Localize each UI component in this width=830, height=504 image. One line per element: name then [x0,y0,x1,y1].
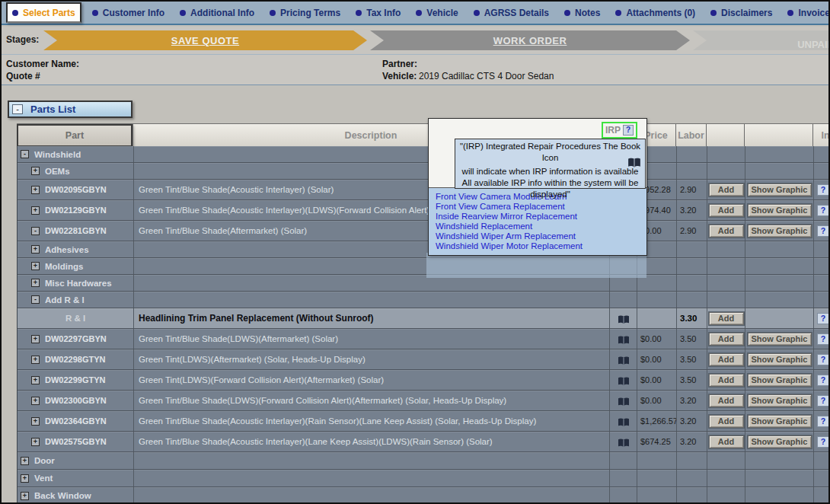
tab-bullet-icon [92,10,98,16]
expand-icon[interactable]: + [31,335,40,343]
expand-icon[interactable]: + [31,438,40,446]
expand-icon[interactable]: + [21,492,29,500]
collapse-icon[interactable]: - [31,227,40,235]
add-button[interactable]: Add [709,353,744,366]
tab-notes[interactable]: Notes [560,5,605,21]
expand-icon[interactable]: + [31,245,40,254]
tab-disclaimers[interactable]: Disclaimers [706,5,777,21]
tab-label: Additional Info [190,8,254,18]
show-graphic-button[interactable]: Show Graphic [748,415,812,428]
expand-icon[interactable]: + [31,206,40,215]
add-button[interactable]: Add [709,394,744,407]
irp-popup-top: IRP ? "(IRP) Integrated Repair Procedure… [429,119,646,187]
price-value: $0.00 [640,375,662,384]
tab-select-parts[interactable]: Select Parts [6,2,81,23]
info-help-icon[interactable]: ? [817,354,829,365]
info-help-icon[interactable]: ? [817,225,829,237]
add-button[interactable]: Add [709,225,744,238]
subgroup-row-moldings: +Moldings [18,258,830,275]
stage-work-order[interactable]: WORK ORDER [370,30,690,50]
tooltip-line: "(IRP) Integrated Repair Procedures The … [455,141,645,164]
part-description: Green Tint(LDWS)(Aftermarket) (Solar, He… [139,355,366,364]
expand-icon[interactable]: + [21,474,29,483]
add-button[interactable]: Add [709,333,744,346]
show-graphic-button[interactable]: Show Graphic [748,183,812,196]
expand-icon[interactable]: + [31,376,40,384]
expand-icon[interactable]: + [31,167,40,175]
part-number: DW02095GBYN [45,185,107,194]
irp-book-icon[interactable] [618,314,630,323]
group-row-windshield: -Windshield [18,146,830,163]
tab-agrss-details[interactable]: AGRSS Details [469,5,554,21]
irp-book-icon[interactable] [618,416,630,426]
expand-icon[interactable]: + [31,356,40,364]
stage-work-order-link[interactable]: WORK ORDER [493,35,567,46]
irp-book-icon[interactable] [618,375,630,384]
expand-icon[interactable]: + [31,417,40,426]
show-graphic-button[interactable]: Show Graphic [748,394,812,407]
part-description: Green Tint/Blue Shade(Acoustic Interlaye… [139,206,458,215]
tab-attachments[interactable]: Attachments (0) [611,5,700,21]
expand-icon[interactable]: + [31,186,40,194]
add-button[interactable]: Add [709,204,744,217]
irp-book-icon[interactable] [618,437,630,446]
tab-label: Pricing Terms [280,8,340,18]
tab-customer-info[interactable]: Customer Info [88,5,169,21]
part-number: DW02364GBYN [45,416,107,426]
info-help-icon[interactable]: ? [817,395,829,407]
irp-link[interactable]: Inside Rearview Mirror Replacement [436,212,646,222]
expand-icon[interactable]: + [31,279,40,287]
info-help-icon[interactable]: ? [817,313,829,324]
vehicle-value: 2019 Cadillac CTS 4 Door Sedan [419,71,554,81]
show-graphic-button[interactable]: Show Graphic [748,374,812,387]
labor-value: 2.90 [680,226,696,235]
add-button[interactable]: Add [709,374,744,387]
tab-invoice[interactable]: Invoice [783,5,830,21]
show-graphic-button[interactable]: Show Graphic [748,435,812,448]
collapse-icon[interactable]: - [12,104,23,114]
collapse-icon[interactable]: - [21,150,29,158]
show-graphic-button[interactable]: Show Graphic [748,225,812,238]
irp-link[interactable]: Front View Camera Replacement [436,202,646,212]
customer-summary-panel: Customer Name: Quote # Partner: Vehicle:… [2,54,828,85]
column-header-part[interactable]: Part [17,124,132,147]
show-graphic-button[interactable]: Show Graphic [748,204,812,217]
expand-icon[interactable]: + [31,262,40,270]
expand-icon[interactable]: + [21,457,29,465]
tab-vehicle[interactable]: Vehicle [411,5,462,21]
show-graphic-button[interactable]: Show Graphic [748,353,812,366]
expand-icon[interactable]: + [31,397,40,405]
part-number: DW02297GBYN [45,334,107,343]
irp-link[interactable]: Windshield Wiper Motor Replacement [436,241,646,251]
irp-link[interactable]: Windshield Wiper Arm Replacement [436,231,646,241]
info-help-icon[interactable]: ? [817,436,829,448]
add-button[interactable]: Add [709,415,744,428]
info-help-icon[interactable]: ? [817,416,829,427]
irp-book-icon[interactable] [618,334,630,343]
stage-save-quote-link[interactable]: SAVE QUOTE [171,35,239,46]
price-value: $0.00 [640,355,662,364]
info-help-icon[interactable]: ? [817,333,829,345]
info-help-icon[interactable]: ? [817,205,829,216]
quote-number-label: Quote # [6,71,40,81]
tab-pricing-terms[interactable]: Pricing Terms [265,5,345,21]
add-button[interactable]: Add [709,183,744,196]
irp-help-icon[interactable]: ? [623,125,634,136]
tab-label: Select Parts [23,8,75,18]
info-help-icon[interactable]: ? [817,375,829,386]
add-button[interactable]: Add [709,312,744,325]
irp-link[interactable]: Windshield Replacement [436,222,646,231]
add-button[interactable]: Add [709,435,744,448]
info-help-icon[interactable]: ? [817,184,829,196]
stages-label: Stages: [6,34,39,45]
irp-book-icon[interactable] [618,396,630,405]
show-graphic-button[interactable]: Show Graphic [748,333,812,346]
tab-bullet-icon [12,10,18,16]
collapse-icon[interactable]: - [31,295,40,304]
part-number: DW02298GTYN [45,355,105,364]
irp-book-icon[interactable] [618,355,630,364]
tab-tax-info[interactable]: Tax Info [351,5,405,21]
subgroup-label: Add R & I [45,295,85,305]
tab-additional-info[interactable]: Additional Info [175,5,259,21]
stage-save-quote[interactable]: SAVE QUOTE [43,30,367,50]
